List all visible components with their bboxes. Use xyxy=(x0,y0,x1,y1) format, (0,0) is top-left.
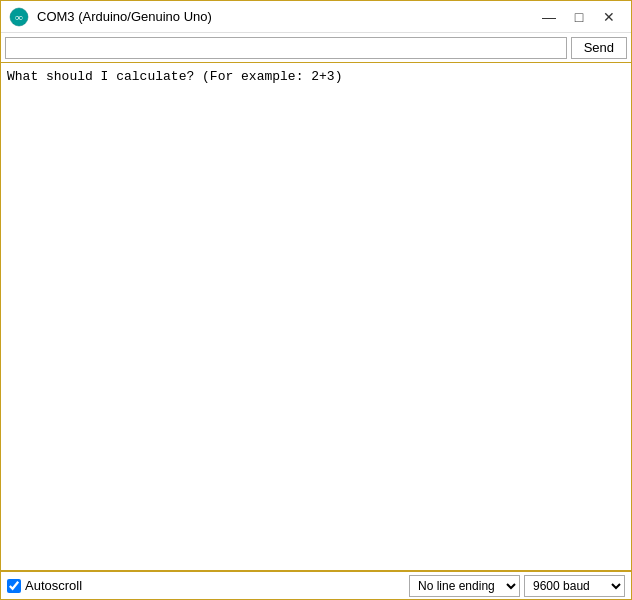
serial-output-area: What should I calculate? (For example: 2… xyxy=(1,63,631,571)
output-line-1: What should I calculate? (For example: 2… xyxy=(7,67,625,87)
serial-input[interactable] xyxy=(5,37,567,59)
send-button[interactable]: Send xyxy=(571,37,627,59)
minimize-button[interactable]: — xyxy=(535,6,563,28)
svg-text:∞: ∞ xyxy=(15,11,23,23)
arduino-serial-monitor-window: ∞ COM3 (Arduino/Genuino Uno) — □ ✕ Send … xyxy=(0,0,632,600)
window-controls: — □ ✕ xyxy=(535,6,623,28)
close-button[interactable]: ✕ xyxy=(595,6,623,28)
window-title: COM3 (Arduino/Genuino Uno) xyxy=(37,9,535,24)
autoscroll-checkbox[interactable] xyxy=(7,579,21,593)
toolbar: Send xyxy=(1,33,631,63)
status-bar: Autoscroll No line ending Newline Carria… xyxy=(1,571,631,599)
autoscroll-container: Autoscroll xyxy=(7,578,409,593)
baud-rate-select[interactable]: 300 baud 1200 baud 2400 baud 4800 baud 9… xyxy=(524,575,625,597)
maximize-button[interactable]: □ xyxy=(565,6,593,28)
arduino-logo: ∞ xyxy=(9,7,29,27)
line-ending-select[interactable]: No line ending Newline Carriage return B… xyxy=(409,575,520,597)
title-bar: ∞ COM3 (Arduino/Genuino Uno) — □ ✕ xyxy=(1,1,631,33)
status-right-controls: No line ending Newline Carriage return B… xyxy=(409,575,625,597)
autoscroll-label: Autoscroll xyxy=(25,578,82,593)
